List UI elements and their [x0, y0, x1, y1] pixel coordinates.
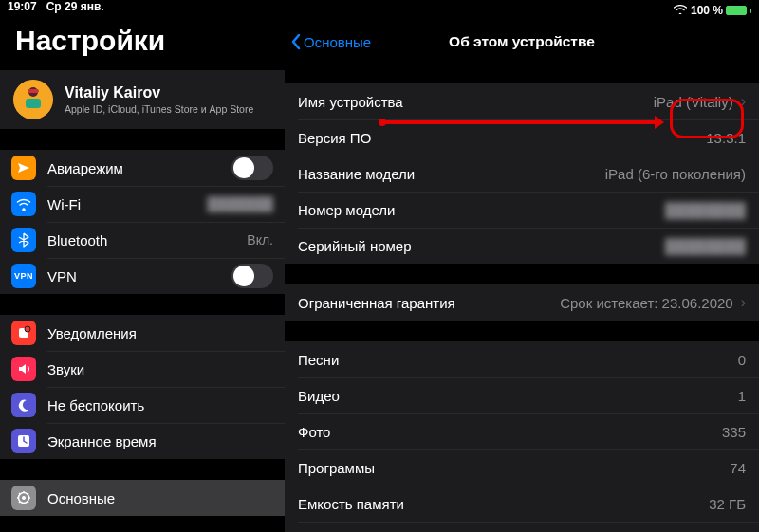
sidebar-item-основные[interactable]: Основные — [0, 480, 285, 516]
status-bar-right: 100 % — [285, 0, 759, 21]
avatar — [13, 80, 53, 119]
chevron-right-icon: › — [741, 294, 746, 311]
back-label: Основные — [304, 34, 371, 50]
detail-row-value: Срок истекает: 23.06.2020 — [560, 295, 733, 311]
dnd-icon — [11, 393, 36, 417]
detail-row-label: Песни — [298, 352, 738, 368]
wifi-icon — [11, 192, 36, 216]
sidebar-item-label: Уведомления — [47, 325, 273, 341]
svg-rect-3 — [28, 89, 39, 93]
apple-id-name: Vitaliy Kairov — [65, 84, 253, 101]
sidebar-item-label: Основные — [47, 490, 273, 506]
toggle[interactable] — [231, 264, 273, 288]
detail-row-value: 32 ГБ — [709, 496, 746, 512]
sidebar-item-label: VPN — [47, 268, 231, 284]
detail-row-label: Видео — [298, 388, 738, 404]
sidebar-item-value: Вкл. — [247, 232, 273, 248]
detail-header: Основные Об этом устройстве — [285, 21, 759, 63]
detail-row-ограниченная-гарантия[interactable]: Ограниченная гарантияСрок истекает: 23.0… — [285, 284, 759, 321]
bluetooth-icon — [11, 228, 36, 252]
wifi-status-icon — [674, 4, 687, 17]
sidebar-item-label: Не беспокоить — [47, 397, 273, 413]
detail-row-value: 335 — [722, 424, 746, 440]
detail-row-фото: Фото335 — [285, 413, 759, 449]
sidebar-item-label: Bluetooth — [47, 232, 247, 248]
airplane-icon — [11, 156, 36, 180]
detail-row-label: Ограниченная гарантия — [298, 295, 560, 311]
notifications-icon — [11, 321, 36, 345]
sidebar-item-label: Авиарежим — [47, 160, 231, 176]
detail-row-label: Фото — [298, 424, 722, 440]
vpn-icon: VPN — [11, 264, 36, 288]
sidebar-item-bluetooth[interactable]: BluetoothВкл. — [0, 222, 285, 258]
detail-row-label: Номер модели — [298, 202, 665, 218]
sidebar-item-label: Wi-Fi — [47, 196, 208, 212]
detail-row-value: 1 — [738, 388, 746, 404]
detail-row-видео: Видео1 — [285, 377, 759, 413]
screentime-icon — [11, 429, 36, 453]
sidebar-item-уведомления[interactable]: Уведомления — [0, 315, 285, 351]
status-date: Ср 29 янв. — [46, 0, 104, 13]
svg-rect-2 — [26, 99, 41, 108]
detail-row-label: Серийный номер — [298, 238, 665, 254]
detail-row-серийный-номер: Серийный номер████████ — [285, 228, 759, 264]
detail-row-программы: Программы74 — [285, 449, 759, 486]
detail-row-емкость-памяти: Емкость памяти32 ГБ — [285, 486, 759, 522]
detail-row-value: 0 — [738, 352, 746, 368]
detail-row-value: ████████ — [665, 238, 746, 254]
detail-row-label: Емкость памяти — [298, 496, 709, 512]
status-time: 19:07 — [8, 0, 37, 13]
detail-row-песни: Песни0 — [285, 341, 759, 377]
detail-row-label: Название модели — [298, 166, 605, 182]
sidebar-item-vpn[interactable]: VPNVPN — [0, 258, 285, 294]
sidebar-item-label: Экранное время — [47, 433, 273, 449]
general-icon — [11, 486, 36, 510]
sounds-icon — [11, 357, 36, 381]
sidebar-item-label: Звуки — [47, 361, 273, 377]
sidebar-item-экранное-время[interactable]: Экранное время — [0, 423, 285, 459]
detail-row-label: Имя устройства — [298, 94, 654, 110]
sidebar-item-wi-fi[interactable]: Wi-Fi███████ — [0, 186, 285, 222]
svg-point-8 — [22, 496, 26, 500]
detail-row-value: iPad (Vitaliy) — [654, 94, 733, 110]
detail-row-номер-модели: Номер модели████████ — [285, 192, 759, 228]
apple-id-row[interactable]: Vitaliy Kairov Apple ID, iCloud, iTunes … — [0, 70, 285, 129]
detail-row-название-модели: Название моделиiPad (6-го поколения) — [285, 156, 759, 192]
sidebar-item-авиарежим[interactable]: Авиарежим — [0, 150, 285, 186]
sidebar-item-value: ███████ — [208, 196, 273, 211]
detail-row-версия-по: Версия ПО13.3.1 — [285, 119, 759, 156]
status-bar: 19:07 Ср 29 янв. — [0, 0, 285, 13]
sidebar-item-звуки[interactable]: Звуки — [0, 351, 285, 387]
sidebar-item-не-беспокоить[interactable]: Не беспокоить — [0, 387, 285, 423]
detail-row-label: Программы — [298, 460, 730, 476]
back-button[interactable]: Основные — [285, 33, 371, 50]
detail-row-value: 74 — [730, 460, 746, 476]
chevron-left-icon — [290, 33, 302, 50]
apple-id-subtitle: Apple ID, iCloud, iTunes Store и App Sto… — [65, 103, 253, 115]
toggle[interactable] — [231, 156, 273, 180]
page-title: Настройки — [0, 13, 285, 70]
detail-row-label: Версия ПО — [298, 130, 706, 146]
detail-row-доступно: Доступно8,01 ГБ — [285, 522, 759, 532]
detail-row-value: ████████ — [665, 202, 746, 218]
detail-row-value: iPad (6-го поколения) — [605, 166, 746, 182]
detail-row-value: 13.3.1 — [706, 130, 746, 146]
chevron-right-icon: › — [741, 93, 746, 110]
battery-indicator: 100 % — [691, 4, 751, 17]
detail-row-имя-устройства[interactable]: Имя устройстваiPad (Vitaliy)› — [285, 83, 759, 119]
svg-point-5 — [25, 326, 30, 332]
